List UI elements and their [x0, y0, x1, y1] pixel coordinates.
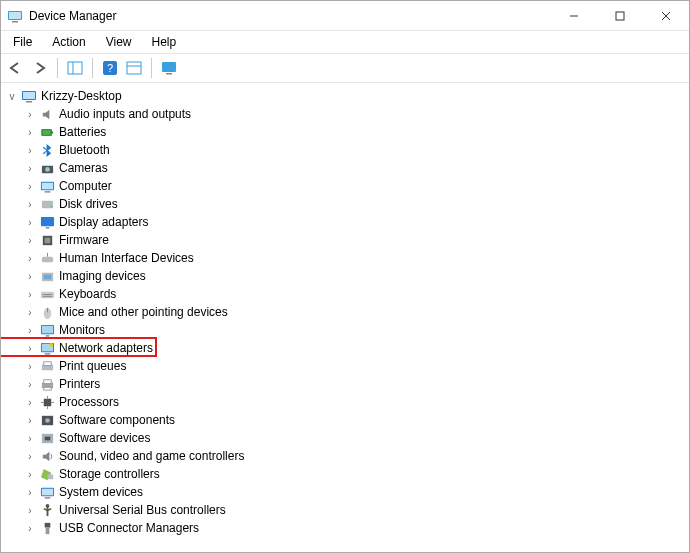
tree-root-node[interactable]: v Krizzy-Desktop	[1, 87, 689, 105]
chevron-right-icon[interactable]: ›	[23, 487, 37, 498]
chevron-right-icon[interactable]: ›	[23, 271, 37, 282]
svg-rect-18	[41, 129, 50, 135]
tree-item[interactable]: › Imaging devices	[1, 267, 689, 285]
tree-item-label: Universal Serial Bus controllers	[59, 503, 226, 517]
svg-point-21	[45, 167, 50, 172]
swdev-icon	[39, 430, 55, 446]
tree-item[interactable]: › Batteries	[1, 123, 689, 141]
chevron-right-icon[interactable]: ›	[23, 451, 37, 462]
menubar: File Action View Help	[1, 31, 689, 54]
tree-item[interactable]: › Sound, video and game controllers	[1, 447, 689, 465]
chevron-right-icon[interactable]: ›	[23, 235, 37, 246]
chevron-right-icon[interactable]: ›	[23, 505, 37, 516]
tree-item[interactable]: › Keyboards	[1, 285, 689, 303]
chevron-right-icon[interactable]: ›	[23, 217, 37, 228]
device-tree[interactable]: v Krizzy-Desktop › Audio inputs and outp…	[1, 83, 689, 553]
chevron-right-icon[interactable]: ›	[23, 361, 37, 372]
tree-item[interactable]: › Audio inputs and outputs	[1, 105, 689, 123]
chevron-right-icon[interactable]: ›	[23, 145, 37, 156]
chevron-right-icon[interactable]: ›	[23, 199, 37, 210]
tree-item-label: Software devices	[59, 431, 150, 445]
tree-item[interactable]: › Firmware	[1, 231, 689, 249]
chevron-right-icon[interactable]: ›	[23, 307, 37, 318]
toolbar-separator	[151, 58, 152, 78]
menu-action[interactable]: Action	[44, 33, 93, 51]
menu-view[interactable]: View	[98, 33, 140, 51]
tree-item[interactable]: › System devices	[1, 483, 689, 501]
maximize-button[interactable]	[597, 1, 643, 31]
tree-item[interactable]: › Human Interface Devices	[1, 249, 689, 267]
svg-rect-7	[68, 62, 82, 74]
svg-rect-14	[166, 73, 172, 75]
toolbar-separator	[57, 58, 58, 78]
tree-item-label: Network adapters	[59, 341, 153, 355]
tree-item-label: Printers	[59, 377, 100, 391]
printqueue-icon	[39, 358, 55, 374]
chevron-right-icon[interactable]: ›	[23, 127, 37, 138]
svg-point-46	[49, 342, 53, 346]
chevron-right-icon[interactable]: ›	[23, 523, 37, 534]
tree-item[interactable]: › Disk drives	[1, 195, 689, 213]
tree-item[interactable]: › Printers	[1, 375, 689, 393]
chevron-right-icon[interactable]: ›	[23, 163, 37, 174]
tree-item[interactable]: › Display adapters	[1, 213, 689, 231]
sound-icon	[39, 448, 55, 464]
chevron-right-icon[interactable]: ›	[23, 181, 37, 192]
keyboard-icon	[39, 286, 55, 302]
tree-item[interactable]: › Monitors	[1, 321, 689, 339]
tree-item-label: Batteries	[59, 125, 106, 139]
svg-rect-16	[23, 92, 35, 99]
tree-item[interactable]: › Bluetooth	[1, 141, 689, 159]
tree-item-label: Imaging devices	[59, 269, 146, 283]
tree-item[interactable]: › Cameras	[1, 159, 689, 177]
tree-item[interactable]: › USB Connector Managers	[1, 519, 689, 537]
toolbar-help-button[interactable]: ?	[99, 57, 121, 79]
chevron-down-icon[interactable]: v	[5, 91, 19, 102]
disk-icon	[39, 196, 55, 212]
tree-item-label: Bluetooth	[59, 143, 110, 157]
tree-item[interactable]: › Processors	[1, 393, 689, 411]
chevron-right-icon[interactable]: ›	[23, 469, 37, 480]
menu-help[interactable]: Help	[144, 33, 185, 51]
tree-item[interactable]: › Mice and other pointing devices	[1, 303, 689, 321]
svg-rect-64	[44, 497, 50, 498]
chevron-right-icon[interactable]: ›	[23, 325, 37, 336]
hid-icon	[39, 250, 55, 266]
chevron-right-icon[interactable]: ›	[23, 343, 37, 354]
toolbar-back-button[interactable]	[5, 57, 27, 79]
chevron-right-icon[interactable]: ›	[23, 397, 37, 408]
toolbar-properties-button[interactable]	[123, 57, 145, 79]
close-button[interactable]	[643, 1, 689, 31]
toolbar-forward-button[interactable]	[29, 57, 51, 79]
tree-item-label: Print queues	[59, 359, 126, 373]
tree-item-label: Processors	[59, 395, 119, 409]
tree-item[interactable]: › Print queues	[1, 357, 689, 375]
toolbar-tree-button[interactable]	[64, 57, 86, 79]
svg-rect-61	[47, 474, 53, 479]
tree-item[interactable]: › Storage controllers	[1, 465, 689, 483]
tree-item-label: Firmware	[59, 233, 109, 247]
tree-item[interactable]: › Network adapters	[1, 339, 689, 357]
network-icon	[39, 340, 55, 356]
minimize-button[interactable]	[551, 1, 597, 31]
chevron-right-icon[interactable]: ›	[23, 109, 37, 120]
tree-item[interactable]: › Universal Serial Bus controllers	[1, 501, 689, 519]
svg-rect-48	[43, 361, 51, 365]
audio-icon	[39, 106, 55, 122]
tree-children: › Audio inputs and outputs › Batteries ›…	[1, 105, 689, 537]
chevron-right-icon[interactable]: ›	[23, 379, 37, 390]
tree-item-label: Mice and other pointing devices	[59, 305, 228, 319]
window-title: Device Manager	[29, 9, 551, 23]
chevron-right-icon[interactable]: ›	[23, 253, 37, 264]
tree-item[interactable]: › Software components	[1, 411, 689, 429]
svg-rect-41	[41, 325, 52, 333]
computer-icon	[39, 178, 55, 194]
chevron-right-icon[interactable]: ›	[23, 433, 37, 444]
toolbar-devices-button[interactable]	[158, 57, 180, 79]
root-label: Krizzy-Desktop	[41, 89, 122, 103]
tree-item[interactable]: › Software devices	[1, 429, 689, 447]
menu-file[interactable]: File	[5, 33, 40, 51]
tree-item[interactable]: › Computer	[1, 177, 689, 195]
chevron-right-icon[interactable]: ›	[23, 415, 37, 426]
chevron-right-icon[interactable]: ›	[23, 289, 37, 300]
